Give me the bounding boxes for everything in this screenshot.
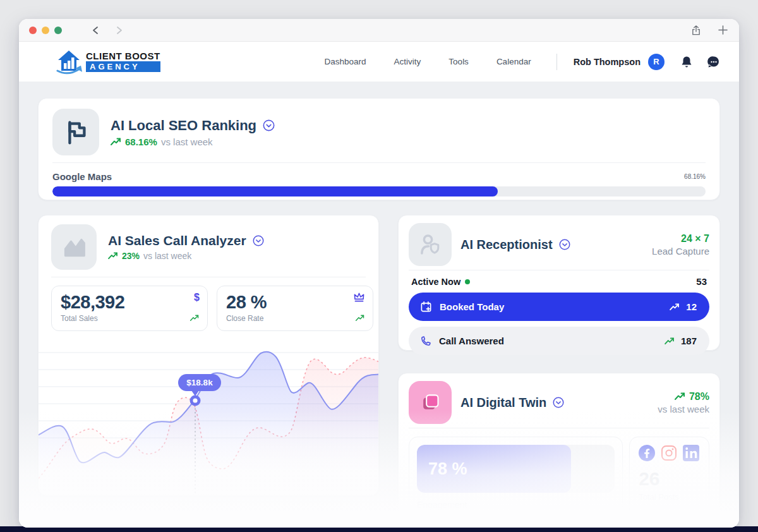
- social-posts-panel: 26 Total Posts: [629, 437, 709, 518]
- booked-today-label: Booked Today: [440, 301, 504, 312]
- seo-card-title: AI Local SEO Ranking: [111, 118, 256, 134]
- engagement-label: Engagement: [417, 500, 615, 510]
- divider: [409, 428, 709, 428]
- sales-card-title: AI Sales Call Analyzer: [108, 233, 246, 248]
- dollar-icon: $: [194, 292, 200, 303]
- seo-progress-bar[interactable]: [52, 186, 706, 196]
- nav-item-dashboard[interactable]: Dashboard: [325, 57, 366, 66]
- dashboard-main: AI Local SEO Ranking 68.16% vs last week…: [19, 82, 739, 527]
- browser-toolbar: [19, 19, 739, 42]
- logo-house-icon: [56, 48, 82, 76]
- receptionist-card-title: AI Receptionist: [460, 238, 553, 252]
- traffic-lights: [29, 27, 62, 34]
- zoom-window-button[interactable]: [54, 27, 62, 34]
- linkedin-icon[interactable]: [683, 445, 699, 461]
- seo-metric-value: 68.16%: [684, 173, 706, 180]
- user-block[interactable]: Rob Thompson R: [574, 54, 665, 70]
- sales-trend-label: vs last week: [143, 251, 191, 261]
- total-posts-value: 26: [639, 468, 700, 490]
- total-sales-stat[interactable]: $28,392 Total Sales $: [51, 286, 208, 331]
- trending-up-icon: [675, 392, 685, 401]
- lead-capture-label: Lead Capture: [652, 246, 709, 257]
- crown-icon: [353, 292, 365, 305]
- seo-trend-value: 68.16%: [125, 136, 157, 147]
- divider: [52, 162, 706, 163]
- engagement-bar-fill: 78 %: [417, 445, 571, 493]
- active-now-value: 53: [696, 276, 707, 287]
- sales-chart[interactable]: $18.8k: [39, 344, 379, 496]
- call-answered-row[interactable]: Call Answered 187: [409, 327, 709, 355]
- seo-trend-label: vs last week: [161, 136, 213, 147]
- seo-metric-name: Google Maps: [52, 171, 112, 182]
- close-window-button[interactable]: [29, 27, 37, 34]
- trending-up-icon: [111, 138, 121, 146]
- lead-capture-value: 24 × 7: [652, 233, 709, 245]
- call-answered-value: 187: [681, 336, 697, 346]
- messages-icon[interactable]: [707, 56, 720, 68]
- flag-icon: [52, 109, 99, 155]
- logo-text-line2: AGENCY: [86, 61, 160, 72]
- notifications-bell-icon[interactable]: [681, 56, 692, 68]
- company-logo[interactable]: CLIENT BOOST AGENCY: [56, 48, 160, 76]
- close-rate-label: Close Rate: [226, 314, 364, 323]
- forward-icon[interactable]: [114, 25, 124, 35]
- avatar[interactable]: R: [648, 54, 665, 70]
- active-now-label: Active Now: [411, 277, 460, 287]
- new-tab-icon[interactable]: [718, 25, 728, 35]
- divider: [409, 270, 709, 270]
- minimize-window-button[interactable]: [42, 27, 49, 34]
- user-name: Rob Thompson: [574, 57, 641, 67]
- call-answered-label: Call Answered: [439, 336, 504, 346]
- area-chart-icon: [51, 224, 97, 270]
- total-posts-label: Total Posts: [639, 492, 700, 502]
- twin-trend-label: vs last week: [658, 404, 709, 414]
- chevron-down-circle-icon[interactable]: [253, 235, 264, 246]
- main-nav: Dashboard Activity Tools Calendar: [325, 57, 531, 66]
- svg-text:$18.8k: $18.8k: [186, 378, 213, 387]
- app-header: CLIENT BOOST AGENCY Dashboard Activity T…: [19, 42, 739, 82]
- active-status-dot: [465, 279, 470, 284]
- instagram-icon[interactable]: [661, 445, 677, 461]
- share-icon[interactable]: [691, 25, 701, 35]
- digital-twin-card-title: AI Digital Twin: [460, 396, 546, 410]
- engagement-value: 78 %: [428, 459, 467, 479]
- booked-today-value: 12: [686, 301, 697, 312]
- browser-window: CLIENT BOOST AGENCY Dashboard Activity T…: [19, 19, 739, 528]
- back-icon[interactable]: [90, 25, 100, 35]
- trending-up-icon: [664, 337, 675, 345]
- sales-trend-value: 23%: [122, 251, 140, 261]
- digital-twin-card: AI Digital Twin 78% vs last week: [398, 373, 720, 526]
- chevron-down-circle-icon[interactable]: [559, 239, 570, 250]
- engagement-bar[interactable]: 78 %: [417, 445, 615, 493]
- twin-trend-value: 78%: [689, 391, 709, 402]
- digital-twin-squares-icon: [409, 381, 452, 424]
- sales-analyzer-card: AI Sales Call Analyzer 23% vs last week …: [38, 215, 379, 496]
- trend-sparkline-icon: [190, 313, 200, 324]
- phone-icon: [420, 336, 431, 347]
- nav-item-activity[interactable]: Activity: [394, 57, 421, 66]
- receptionist-card: AI Receptionist 24 × 7 Lead Capture Acti…: [398, 215, 720, 351]
- trending-up-icon: [108, 252, 118, 260]
- divider: [51, 277, 366, 277]
- calendar-plus-icon: [420, 301, 432, 313]
- close-rate-value: 28 %: [226, 292, 364, 313]
- engagement-panel: 78 % Engagement: [409, 437, 623, 518]
- seo-progress-fill: [52, 186, 498, 196]
- chevron-down-circle-icon[interactable]: [263, 119, 275, 131]
- total-sales-label: Total Sales: [61, 314, 198, 323]
- nav-item-tools[interactable]: Tools: [448, 57, 469, 66]
- chevron-down-circle-icon[interactable]: [553, 397, 564, 408]
- header-separator: [556, 54, 557, 70]
- trending-up-icon: [669, 303, 680, 311]
- close-rate-stat[interactable]: 28 % Close Rate: [217, 286, 373, 331]
- logo-text-line1: CLIENT BOOST: [86, 51, 160, 61]
- trend-sparkline-icon: [355, 313, 365, 324]
- facebook-icon[interactable]: [639, 445, 655, 461]
- nav-item-calendar[interactable]: Calendar: [496, 57, 531, 66]
- booked-today-row[interactable]: Booked Today 12: [409, 293, 709, 321]
- total-sales-value: $28,392: [61, 292, 198, 313]
- seo-ranking-card: AI Local SEO Ranking 68.16% vs last week…: [38, 98, 720, 200]
- receptionist-person-shield-icon: [409, 223, 452, 266]
